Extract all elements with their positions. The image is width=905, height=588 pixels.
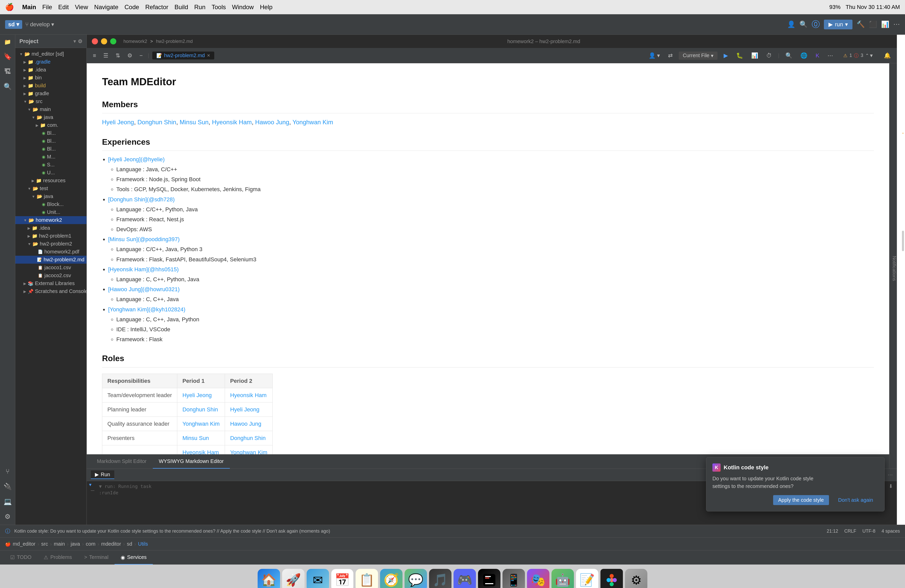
run-tab[interactable]: ▶ Run	[91, 470, 114, 479]
tab-close-icon[interactable]: ✕	[207, 53, 210, 58]
breadcrumb-mdeditor[interactable]: md_editor	[13, 541, 35, 547]
dock-notion[interactable]: 📝	[576, 569, 599, 588]
file-breadcrumb2[interactable]: hw2-problem2.md	[156, 39, 193, 44]
apple-menu[interactable]: 🍎	[5, 3, 14, 11]
tree-item-bin[interactable]: ▶ 📁 bin	[15, 74, 86, 82]
tree-item-external-libs[interactable]: ▶ 📚 External Libraries	[15, 280, 86, 288]
dock-figma[interactable]	[600, 569, 623, 588]
menu-code[interactable]: Code	[124, 3, 139, 11]
menu-build[interactable]: Build	[175, 3, 188, 11]
tree-item-md-file[interactable]: 📝 hw2-problem2.md	[15, 256, 86, 264]
tab-terminal[interactable]: > Terminal	[78, 550, 114, 564]
extensions-icon[interactable]: 🔌	[3, 483, 12, 491]
tab-markdown-split[interactable]: Markdown Split Editor	[91, 455, 153, 469]
tree-item-idea[interactable]: ▶ 📁 .idea	[15, 66, 86, 74]
tree-item-src[interactable]: ▼ 📂 src	[15, 97, 86, 105]
breadcrumb-sd[interactable]: sd	[127, 541, 132, 547]
dock-mail[interactable]: ✉	[306, 569, 329, 588]
tree-item-idea2[interactable]: ▶ 📁 .idea	[15, 224, 86, 232]
dock-finder[interactable]: 🏠	[258, 569, 280, 588]
menu-run[interactable]: Run	[194, 3, 205, 11]
dock-theatre[interactable]: 🎭	[527, 569, 549, 588]
tree-item-u[interactable]: ◉ U...	[15, 169, 86, 176]
tree-item-homework2[interactable]: ▼ 📂 homework2	[15, 216, 86, 224]
tree-item-test[interactable]: ▼ 📂 test	[15, 184, 86, 192]
maximize-button[interactable]	[110, 38, 116, 44]
search-icon[interactable]: 🔍	[799, 21, 808, 28]
person-icon[interactable]: 👤 ▾	[646, 51, 662, 60]
tree-item-m[interactable]: ◉ M...	[15, 153, 86, 161]
format-icon[interactable]: ≡	[91, 51, 98, 60]
menu-edit[interactable]: Edit	[58, 3, 68, 11]
tab-problems[interactable]: ⚠ Problems	[38, 550, 78, 564]
dock-intellij[interactable]	[478, 569, 500, 588]
sort-icon[interactable]: ⇅	[114, 51, 122, 60]
tree-item-bl3[interactable]: ◉ Bl...	[15, 145, 86, 153]
search2-icon[interactable]: 🔍	[3, 83, 12, 91]
notifications-icon[interactable]: 🔔	[882, 51, 893, 60]
globe-icon[interactable]: 🌐	[799, 51, 809, 60]
navigate-icon[interactable]: ⇄	[666, 51, 675, 60]
apply-code-style-button[interactable]: Apply the code style	[773, 495, 829, 505]
minus-icon[interactable]: −	[138, 51, 145, 60]
tree-item-gradle[interactable]: ▶ 📁 .gradle	[15, 58, 86, 66]
tree-item-hw1[interactable]: ▶ 📁 hw2-problem1	[15, 232, 86, 240]
dock-launchpad[interactable]: 🚀	[282, 569, 305, 588]
tree-item-csv2[interactable]: 📋 jacoco2.csv	[15, 272, 86, 280]
dock-notes[interactable]: 📋	[356, 569, 378, 588]
scroll-to-end-icon[interactable]: ⬇	[886, 483, 896, 489]
dock-messages[interactable]: 💬	[405, 569, 427, 588]
stop-icon[interactable]: ⬛	[869, 21, 877, 28]
menu-main[interactable]: Main	[22, 3, 36, 11]
tree-item-test-java[interactable]: ▼ 📂 java	[15, 192, 86, 200]
run-icon[interactable]: ▶	[722, 51, 730, 60]
menu-help[interactable]: Help	[260, 3, 272, 11]
run-button[interactable]: ▶ run ▾	[824, 20, 853, 29]
breadcrumb-mdeditor2[interactable]: mdeditor	[101, 541, 121, 547]
breadcrumb-src[interactable]: src	[41, 541, 48, 547]
menu-file[interactable]: File	[42, 3, 52, 11]
md-file-tab[interactable]: 📝 hw2-problem2.md ✕	[152, 52, 214, 59]
tree-item-block[interactable]: ◉ Block...	[15, 200, 86, 208]
dock-calendar[interactable]: 📅	[331, 569, 354, 588]
dock-safari[interactable]: 🧭	[380, 569, 403, 588]
tree-item-resources[interactable]: ▶ 📁 resources	[15, 176, 86, 184]
coverage-icon[interactable]: 📊	[749, 51, 760, 60]
terminal-icon[interactable]: 💻	[3, 497, 12, 505]
kotlin-icon[interactable]: K	[813, 51, 821, 60]
tree-item-unit[interactable]: ◉ Unit...	[15, 208, 86, 216]
tree-item-java[interactable]: ▼ 📂 java	[15, 113, 86, 121]
tree-item-build[interactable]: ▶ 📁 build	[15, 82, 86, 90]
tree-item-hw2[interactable]: ▼ 📂 hw2-problem2	[15, 240, 86, 248]
tree-item-gradle-dir[interactable]: ▶ 📁 gradle	[15, 90, 86, 97]
dock-system-prefs[interactable]: ⚙	[625, 569, 647, 588]
breadcrumb-java[interactable]: java	[71, 541, 80, 547]
tree-item-bl1[interactable]: ◉ Bl...	[15, 129, 86, 137]
tree-item-scratches[interactable]: ▶ 📌 Scratches and Consoles	[15, 288, 86, 295]
gear-icon[interactable]: ⚙	[125, 51, 135, 60]
profile-icon[interactable]: ⏱	[764, 51, 774, 60]
project-badge[interactable]: sd ▾	[5, 20, 22, 29]
settings-icon[interactable]: ⚙	[5, 513, 11, 521]
dont-ask-again-button[interactable]: Don't ask again	[833, 495, 878, 505]
branch-badge[interactable]: ⑂ develop ▾	[25, 21, 54, 28]
breadcrumb-utils[interactable]: Utils	[138, 541, 148, 547]
git-icon[interactable]: ⓪	[811, 19, 820, 30]
bookmark-icon[interactable]: 🔖	[3, 52, 12, 60]
build-icon[interactable]: 🔨	[857, 21, 865, 28]
tree-item-com[interactable]: ▶ 📁 com.	[15, 121, 86, 129]
dock-discord[interactable]: 🎮	[454, 569, 476, 588]
structure-icon[interactable]: 🏗	[4, 68, 11, 76]
more-btn[interactable]: ⋯	[826, 51, 835, 60]
file-breadcrumb1[interactable]: homework2	[124, 39, 147, 44]
breadcrumb-main[interactable]: main	[54, 541, 65, 547]
tab-todo[interactable]: ☑ TODO	[4, 550, 38, 564]
dock-music[interactable]: 🎵	[429, 569, 451, 588]
run-more-icon[interactable]: ⋯	[888, 472, 893, 478]
coverage-icon[interactable]: 📊	[881, 21, 889, 28]
panel-settings-icon[interactable]: ⚙	[78, 38, 83, 44]
git2-icon[interactable]: ⑂	[6, 467, 10, 475]
md-content[interactable]: Team MDEditor Members Hyeli Jeong, Dongh…	[87, 63, 889, 454]
menu-refactor[interactable]: Refactor	[145, 3, 168, 11]
project-icon[interactable]: 📁	[4, 39, 11, 45]
